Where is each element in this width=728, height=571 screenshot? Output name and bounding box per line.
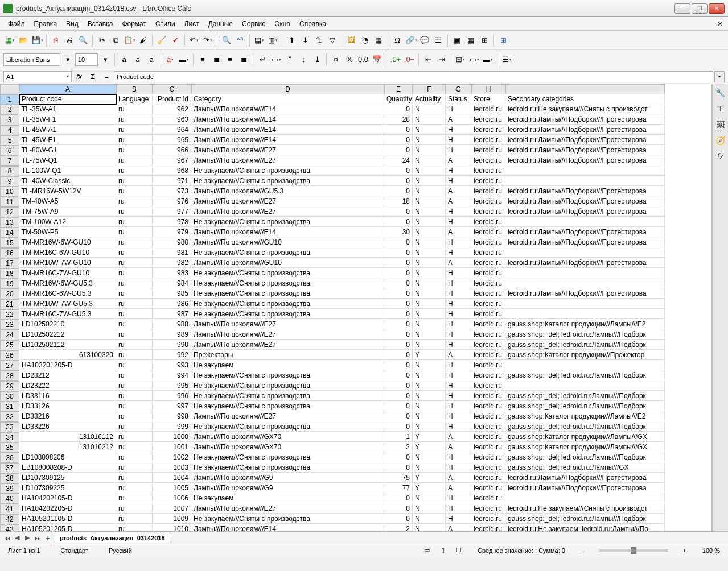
cell[interactable]: HA103201205-D <box>19 361 116 370</box>
cell[interactable]: Category <box>191 94 384 104</box>
spellcheck-button[interactable]: ✔ <box>169 34 182 47</box>
sidebar-navigator-icon[interactable]: 🧭 <box>714 134 727 147</box>
row-header[interactable]: 9 <box>0 176 19 187</box>
cell[interactable]: 0 <box>384 217 413 227</box>
column-header[interactable]: G <box>446 84 471 94</box>
header-footer-button[interactable]: ☰ <box>432 34 445 47</box>
cell[interactable]: gauss.shop:_del; ledroid.ru:Лампы///Подб… <box>505 391 665 401</box>
cell[interactable]: Quantity <box>384 94 413 104</box>
select-all-corner[interactable] <box>0 84 19 94</box>
menu-tools[interactable]: Сервис <box>237 18 270 30</box>
row-header[interactable]: 23 <box>0 320 19 330</box>
cell[interactable]: N <box>413 238 446 247</box>
cell[interactable]: N <box>413 248 446 258</box>
cell[interactable]: ru <box>116 432 153 442</box>
cell[interactable]: ledroid.ru <box>471 207 505 217</box>
cell[interactable]: A <box>446 187 471 196</box>
cell[interactable]: H <box>446 361 471 370</box>
merge-button[interactable]: ▭ <box>270 53 282 66</box>
cell[interactable]: TM-75W-A9 <box>19 207 116 217</box>
cell[interactable]: Product id <box>153 94 191 104</box>
column-header[interactable]: A <box>19 84 116 94</box>
cell[interactable]: 0 <box>384 289 413 299</box>
cell[interactable]: H <box>446 371 471 380</box>
cell[interactable]: H <box>446 299 471 309</box>
cell[interactable]: TM-MR16W-7W-GU5.3 <box>19 299 116 309</box>
cell[interactable]: TL-75W-Q1 <box>19 156 116 165</box>
cell[interactable] <box>505 279 665 288</box>
cell[interactable]: ru <box>116 187 153 196</box>
sort-asc-button[interactable]: ⬆ <box>285 34 298 47</box>
cell[interactable]: TM-MR16C-7W-GU5.3 <box>19 309 116 319</box>
cell[interactable]: gauss.shop:Каталог продукции///Лампы///E… <box>505 320 665 329</box>
cell[interactable]: H <box>446 412 471 421</box>
add-sheet-button[interactable]: + <box>43 535 52 541</box>
cell[interactable]: ru <box>116 217 153 227</box>
cell[interactable]: ru <box>116 105 153 114</box>
cell[interactable]: N <box>413 371 446 380</box>
cell[interactable]: 1004 <box>153 473 191 483</box>
cell[interactable]: H <box>446 320 471 329</box>
cut-button[interactable]: ✂ <box>96 34 108 47</box>
cell[interactable]: ledroid.ru:Не закупаем; ledroid.ru:Лампы… <box>505 524 665 531</box>
close-button[interactable]: ✕ <box>709 3 725 14</box>
cell[interactable]: 1002 <box>153 453 191 462</box>
cell[interactable]: 131016212 <box>19 442 116 452</box>
row-header[interactable]: 8 <box>0 166 19 176</box>
cell[interactable]: ru <box>116 299 153 309</box>
cell[interactable]: H <box>446 381 471 391</box>
cell[interactable]: ledroid.ru:Лампы///Подборки///Протестиро… <box>505 146 665 155</box>
row-header[interactable]: 4 <box>0 125 19 135</box>
cell[interactable]: 964 <box>153 125 191 135</box>
copy-button[interactable]: ⧉ <box>109 34 122 47</box>
cell[interactable]: 992 <box>153 350 191 360</box>
cell[interactable]: Y <box>413 473 446 483</box>
cell[interactable]: 0 <box>384 402 413 411</box>
font-color-button[interactable]: a <box>164 53 176 66</box>
font-size-combo[interactable]: 10 <box>75 53 98 66</box>
cell[interactable]: ledroid.ru <box>471 371 505 380</box>
menu-sheet[interactable]: Лист <box>180 18 204 30</box>
cell[interactable]: ru <box>116 207 153 217</box>
cell[interactable]: gauss.shop:_del; ledroid.ru:Лампы///Подб… <box>505 422 665 432</box>
zoom-slider[interactable] <box>599 549 668 552</box>
cell[interactable]: ledroid.ru <box>471 125 505 135</box>
cell[interactable]: 0 <box>384 504 413 514</box>
cell[interactable]: 0 <box>384 105 413 114</box>
cell[interactable]: ru <box>116 135 153 145</box>
cell[interactable]: N <box>413 176 446 186</box>
row-header[interactable]: 3 <box>0 115 19 125</box>
cell[interactable]: ledroid.ru <box>471 361 505 370</box>
cell[interactable]: TM-MR16C-7W-GU10 <box>19 268 116 278</box>
cell[interactable]: ledroid.ru <box>471 524 505 531</box>
cell[interactable]: 0 <box>384 268 413 278</box>
cell[interactable]: LD33216 <box>19 412 116 421</box>
cell[interactable]: 976 <box>153 197 191 206</box>
cell[interactable]: 965 <box>153 135 191 145</box>
cell[interactable]: Лампы///По цоколям///E27 <box>191 197 384 206</box>
cell[interactable]: ledroid.ru <box>471 330 505 340</box>
cell[interactable]: Лампы///По цоколям///E27 <box>191 340 384 350</box>
cell[interactable]: H <box>446 166 471 176</box>
cell[interactable]: ru <box>116 248 153 258</box>
cell[interactable]: 967 <box>153 156 191 165</box>
cell[interactable]: ru <box>116 442 153 452</box>
row-header[interactable]: 16 <box>0 248 19 258</box>
cell[interactable]: ledroid.ru:Лампы///Подборки///Протестиро… <box>505 135 665 145</box>
cell[interactable]: H <box>446 453 471 462</box>
cell[interactable]: H <box>446 248 471 258</box>
zoom-in-button[interactable]: + <box>682 547 686 554</box>
cell[interactable]: Лампы///По цоколям///G9 <box>191 473 384 483</box>
pivot-button[interactable]: ▦ <box>372 34 385 47</box>
cell[interactable]: ru <box>116 473 153 483</box>
cell[interactable]: ledroid.ru:Лампы///Подборки///Протестиро… <box>505 238 665 247</box>
cell[interactable]: ledroid.ru <box>471 197 505 206</box>
cell[interactable]: 0 <box>384 391 413 401</box>
cell[interactable]: ru <box>116 514 153 524</box>
row-header[interactable]: 1 <box>0 94 19 105</box>
cell[interactable]: LD102502112 <box>19 340 116 350</box>
cell[interactable]: 0 <box>384 514 413 524</box>
cell[interactable]: ledroid.ru <box>471 187 505 196</box>
menu-file[interactable]: Файл <box>3 18 30 30</box>
cell[interactable] <box>505 176 665 186</box>
